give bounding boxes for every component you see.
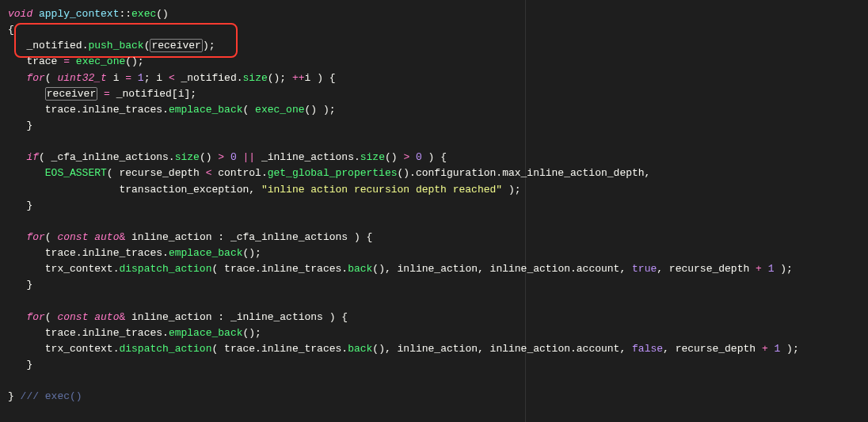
code-line[interactable]: trace.inline_traces.emplace_back(); — [8, 325, 860, 341]
code-token: . — [261, 167, 268, 179]
code-token: ( — [45, 72, 58, 84]
code-token: . — [570, 343, 577, 355]
code-token: , — [645, 167, 651, 179]
code-token: auto — [94, 231, 119, 243]
code-line[interactable]: if( _cfa_inline_actions.size() > 0 || _i… — [8, 150, 860, 165]
code-token: receiver — [45, 87, 97, 101]
code-token: . — [237, 72, 243, 84]
code-token: void — [8, 8, 39, 20]
code-token: trace — [45, 104, 76, 116]
code-token: if — [26, 151, 39, 163]
code-token: () — [200, 151, 218, 163]
code-token: inline_action : _inline_actions ) { — [131, 311, 348, 323]
code-token: size — [243, 72, 268, 84]
code-token: ) — [203, 40, 209, 51]
code-token: . — [162, 104, 169, 116]
code-token: = — [97, 88, 116, 100]
code-line[interactable] — [8, 373, 860, 389]
code-line[interactable]: void apply_context::exec() — [8, 6, 860, 22]
code-token: _notified — [116, 88, 172, 100]
code-line[interactable]: trace.inline_traces.emplace_back( exec_o… — [8, 102, 860, 118]
code-editor-content[interactable]: void apply_context::exec(){ _notified.pu… — [0, 0, 868, 412]
code-line[interactable]: trace.inline_traces.emplace_back(); — [8, 245, 860, 261]
code-token: , recurse_depth — [663, 343, 762, 355]
code-token: = — [57, 55, 75, 67]
code-token: . — [162, 327, 169, 339]
code-token: || — [237, 151, 261, 163]
code-token: < — [206, 167, 219, 179]
code-token: for — [26, 231, 44, 243]
code-token: ( — [45, 231, 58, 243]
code-token: . — [76, 104, 82, 116]
code-token: , — [619, 263, 632, 275]
code-token: + — [762, 343, 775, 355]
code-line[interactable] — [8, 214, 860, 230]
code-line[interactable] — [8, 134, 860, 150]
code-token: inline_action : _cfa_inline_actions ) { — [131, 231, 372, 243]
code-token — [8, 311, 26, 323]
code-token: push_back — [88, 40, 143, 51]
code-token: trx_context — [45, 343, 113, 355]
code-token: , recurse_depth — [657, 263, 756, 275]
code-token: } — [8, 279, 32, 291]
code-line[interactable]: } — [8, 118, 860, 134]
code-token: "inline action recursion depth reached" — [261, 184, 502, 196]
code-line[interactable]: for( uint32_t i = 1; i < _notified.size(… — [8, 70, 860, 86]
code-token: & — [119, 231, 131, 243]
code-token: inline_traces — [82, 104, 162, 116]
code-token: :: — [119, 8, 131, 20]
code-line[interactable]: EOS_ASSERT( recurse_depth < control.get_… — [8, 165, 860, 181]
code-line[interactable] — [8, 294, 860, 310]
code-token: _notified — [181, 72, 237, 84]
code-token: (); — [243, 247, 261, 259]
code-token: exec_one — [76, 55, 125, 67]
code-token — [8, 167, 45, 179]
code-line[interactable]: } — [8, 277, 860, 293]
code-token — [8, 327, 45, 339]
code-token: EOS_ASSERT — [45, 167, 107, 179]
code-line[interactable]: } — [8, 198, 860, 214]
code-token: /// exec() — [21, 390, 82, 402]
code-token: () — [385, 151, 403, 163]
code-token: ; — [138, 55, 144, 67]
code-token: } — [8, 200, 32, 211]
code-token: . — [496, 167, 502, 179]
code-line[interactable]: for( const auto& inline_action : _cfa_in… — [8, 230, 860, 245]
code-line[interactable]: trx_context.dispatch_action( trace.inlin… — [8, 341, 860, 357]
code-token: ); — [502, 184, 520, 196]
code-token — [8, 343, 45, 355]
code-token: = — [125, 72, 138, 84]
code-token: max_inline_action_depth — [502, 167, 644, 179]
code-token: get_global_properties — [268, 167, 398, 179]
code-token: i ) { — [305, 72, 336, 84]
code-token — [8, 104, 45, 116]
code-token — [8, 263, 45, 275]
code-token: (), inline_action, inline_action — [372, 343, 570, 355]
code-line[interactable]: receiver = _notified[i]; — [8, 86, 860, 102]
code-token: receiver — [150, 39, 202, 52]
code-token: ( recurse_depth — [107, 167, 206, 179]
code-token: 1 — [138, 72, 144, 84]
code-line[interactable]: } — [8, 357, 860, 373]
code-token: ++ — [292, 72, 305, 84]
code-line[interactable]: } /// exec() — [8, 389, 860, 405]
code-token — [8, 231, 26, 243]
code-token: dispatch_action — [119, 343, 211, 355]
code-line[interactable]: _notified.push_back(receiver); — [8, 38, 860, 54]
code-token: . — [76, 327, 82, 339]
code-line[interactable]: { — [8, 22, 860, 38]
code-token: . — [255, 343, 261, 355]
code-token: _notified — [26, 40, 82, 51]
code-token: ( trace — [211, 263, 255, 275]
code-token: . — [162, 247, 169, 259]
code-line[interactable]: transaction_exception, "inline action re… — [8, 182, 860, 198]
code-token: (). — [398, 167, 416, 179]
code-token: 0 — [230, 151, 237, 163]
code-token: inline_traces — [261, 263, 341, 275]
code-line[interactable]: trace = exec_one(); — [8, 54, 860, 70]
code-token: exec — [131, 8, 156, 20]
code-token: back — [348, 343, 372, 355]
code-token: i — [107, 72, 125, 84]
code-line[interactable]: for( const auto& inline_action : _inline… — [8, 310, 860, 325]
code-line[interactable]: trx_context.dispatch_action( trace.inlin… — [8, 261, 860, 277]
